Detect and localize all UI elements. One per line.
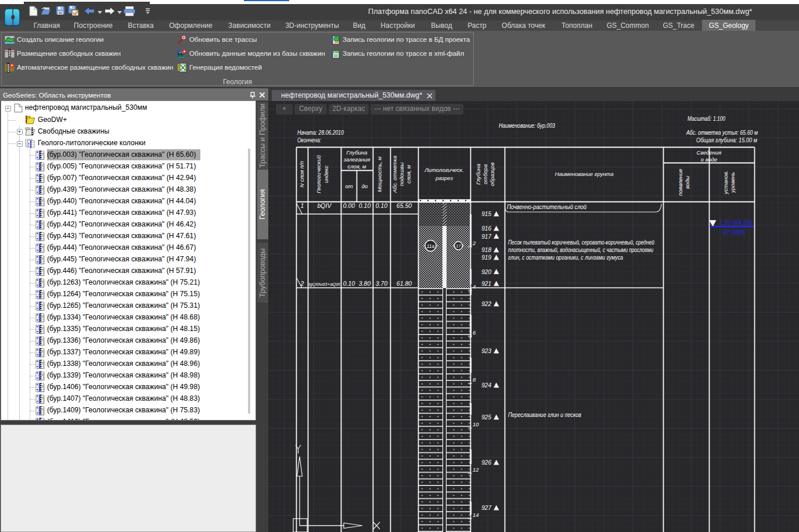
svg-text:Глубина: Глубина: [346, 149, 367, 156]
svg-text:XML: XML: [332, 50, 341, 54]
svg-text:8: 8: [473, 376, 476, 383]
svg-text:11а: 11а: [427, 243, 435, 249]
svg-text:Литологическ.: Литологическ.: [424, 167, 463, 173]
svg-text:Начата: 28.06.2010: Начата: 28.06.2010: [297, 130, 344, 136]
svg-text:10: 10: [473, 421, 479, 427]
svg-text:слоя, м: слоя, м: [405, 164, 412, 184]
svg-text:плотности, влажный, водонасыще: плотности, влажный, водонасыщенный, с ча…: [508, 247, 653, 253]
svg-text:17: 17: [456, 243, 461, 249]
svg-text:0.00: 0.00: [343, 202, 355, 209]
svg-text:появление: появление: [677, 169, 683, 196]
svg-text:о воде: о воде: [701, 156, 718, 163]
svg-text:925: 925: [481, 414, 491, 420]
svg-text:07.2005: 07.2005: [723, 229, 745, 236]
svg-text:Глубина: Глубина: [475, 164, 481, 185]
svg-text:2: 2: [472, 240, 476, 246]
svg-text:глин, с остатками органики, с: глин, с остатками органики, с линзами гу…: [508, 254, 623, 261]
svg-text:залегания: залегания: [343, 156, 370, 163]
svg-text:установ.: установ.: [722, 171, 729, 195]
svg-text:Окончена:: Окончена:: [297, 137, 321, 143]
svg-text:14: 14: [473, 512, 479, 518]
svg-text:Масштаб: 1:100: Масштаб: 1:100: [688, 116, 725, 122]
svg-text:Наименование: бур.003: Наименование: бур.003: [499, 123, 555, 129]
svg-text:до: до: [362, 183, 368, 189]
svg-text:Абс. отметка: Абс. отметка: [391, 156, 398, 193]
svg-text:921: 921: [481, 281, 491, 287]
svg-text:Мощность, м: Мощность, м: [376, 156, 383, 192]
svg-text:0.10: 0.10: [343, 280, 355, 287]
svg-text:lgQIIIvd3+aQIII: lgQIIIvd3+aQIII: [308, 282, 340, 287]
svg-text:919: 919: [481, 254, 491, 261]
svg-text:уровень: уровень: [729, 172, 736, 193]
svg-text:Наименование грунта: Наименование грунта: [555, 171, 614, 177]
svg-text:0.10: 0.10: [376, 202, 388, 209]
svg-text:N слоя п/п: N слоя п/п: [298, 160, 305, 187]
svg-text:61.80: 61.80: [397, 280, 412, 287]
svg-text:920: 920: [481, 269, 491, 275]
svg-text:923: 923: [481, 348, 491, 354]
svg-text:924: 924: [481, 382, 491, 389]
svg-text:3.80: 3.80: [359, 280, 371, 287]
svg-text:от: от: [345, 183, 352, 189]
svg-text:1.10 (64.29): 1.10 (64.29): [719, 219, 752, 226]
svg-text:отбора: отбора: [482, 164, 488, 184]
svg-text:подошвы: подошвы: [398, 163, 405, 186]
svg-text:2: 2: [300, 280, 304, 287]
svg-text:Песок пылеватый коричневый, се: Песок пылеватый коричневый, серовато-кор…: [508, 239, 654, 246]
svg-text:917: 917: [481, 233, 491, 240]
svg-text:bQIV: bQIV: [318, 202, 332, 209]
svg-text:Сведения: Сведения: [697, 149, 722, 156]
svg-text:65.50: 65.50: [397, 202, 412, 209]
svg-text:926: 926: [481, 459, 491, 466]
svg-text:Абс. отметка устья: 65.60 м: Абс. отметка устья: 65.60 м: [686, 130, 758, 136]
svg-text:воды: воды: [684, 176, 690, 189]
svg-text:индекс: индекс: [323, 166, 329, 183]
svg-text:922: 922: [481, 301, 491, 307]
svg-text:12: 12: [473, 466, 479, 473]
svg-text:918: 918: [481, 247, 491, 253]
svg-text:915: 915: [481, 211, 491, 217]
svg-text:Почвенно-растительный слой: Почвенно-растительный слой: [507, 204, 586, 210]
svg-text:разрез: разрез: [435, 175, 453, 181]
svg-text:3.70: 3.70: [376, 280, 388, 287]
svg-text:6: 6: [473, 329, 476, 336]
svg-text:916: 916: [481, 225, 491, 232]
svg-text:образцов: образцов: [489, 162, 495, 186]
svg-text:Геологический: Геологический: [315, 154, 322, 193]
svg-text:1: 1: [301, 202, 304, 209]
svg-text:0.10: 0.10: [359, 202, 371, 209]
svg-text:4: 4: [473, 283, 476, 290]
svg-text:Переслаивание глин и песков: Переслаивание глин и песков: [508, 412, 581, 418]
svg-text:927: 927: [481, 505, 491, 511]
svg-text:слоя, м: слоя, м: [347, 163, 366, 170]
svg-text:Общая глубина: 15.00 м: Общая глубина: 15.00 м: [696, 137, 757, 143]
